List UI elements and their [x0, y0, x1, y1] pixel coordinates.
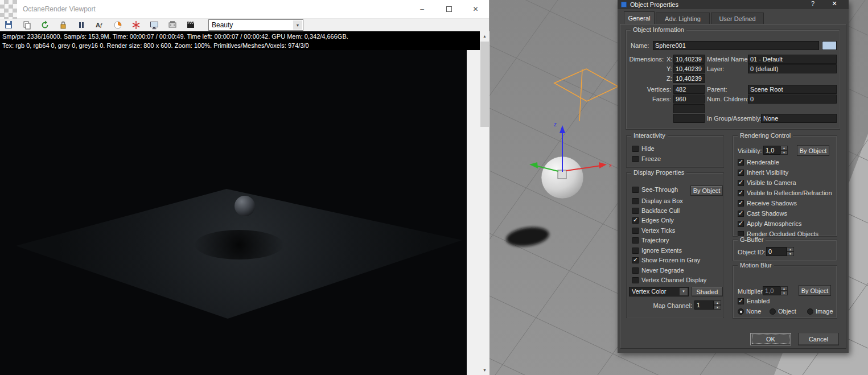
gizmo-y-arrow-icon[interactable]	[529, 162, 538, 168]
vertex-channel-display-checkbox-row[interactable]: Vertex Channel Display	[632, 277, 706, 283]
checkbox-icon[interactable]	[738, 190, 744, 196]
receive-shadows-checkbox-row[interactable]: Receive Shadows	[738, 200, 797, 207]
radio-icon[interactable]	[770, 308, 776, 315]
checkbox-icon[interactable]	[632, 277, 639, 283]
checkbox-icon[interactable]	[632, 228, 639, 234]
color-wheel-icon[interactable]	[113, 20, 123, 30]
help-button[interactable]: ?	[807, 0, 819, 9]
spinner-down-icon[interactable]: ▼	[780, 150, 788, 155]
vertex-ticks-checkbox-row[interactable]: Vertex Ticks	[632, 227, 675, 234]
multiplier-spinner[interactable]: ▲▼	[780, 286, 788, 295]
checkbox-icon[interactable]	[632, 237, 639, 244]
radio-icon[interactable]	[738, 308, 744, 315]
clapper-icon[interactable]	[186, 20, 196, 30]
object-id-spinner[interactable]: ▲▼	[787, 247, 794, 256]
dialog-titlebar[interactable]: Object Properties ? ✕	[618, 0, 849, 9]
cast-shadows-checkbox-row[interactable]: Cast Shadows	[738, 210, 787, 217]
object-id-field[interactable]: 0	[766, 247, 787, 256]
dimension-z-field[interactable]: 10,40239	[673, 74, 705, 83]
octane-titlebar[interactable]: OctaneRender Viewport – ✕	[0, 0, 489, 19]
ok-button[interactable]: OK	[750, 333, 791, 345]
display-icon[interactable]	[149, 20, 159, 30]
layer-field[interactable]: 0 (default)	[748, 64, 837, 73]
vertical-scrollbar[interactable]: ▲ ▼	[480, 31, 489, 375]
checkbox-icon[interactable]	[738, 180, 744, 186]
spinner-down-icon[interactable]: ▼	[714, 305, 721, 310]
checkbox-icon[interactable]	[738, 211, 744, 217]
material-name-field[interactable]: 01 - Default	[748, 55, 837, 64]
tab-general[interactable]: General	[624, 11, 655, 24]
checkbox-icon[interactable]	[632, 208, 639, 214]
enabled-checkbox-row[interactable]: Enabled	[738, 298, 770, 304]
checkbox-icon[interactable]	[632, 257, 639, 263]
freeze-checkbox-row[interactable]: Freeze	[632, 155, 661, 162]
trajectory-checkbox-row[interactable]: Trajectory	[632, 237, 669, 244]
visibility-by-object-button[interactable]: By Object	[797, 145, 829, 156]
backface-cull-checkbox-row[interactable]: Backface Cull	[632, 207, 680, 214]
close-button[interactable]: ✕	[462, 0, 489, 18]
tab-user-defined[interactable]: User Defined	[711, 13, 764, 24]
spinner-up-icon[interactable]: ▲	[780, 286, 788, 291]
minimize-button[interactable]: –	[409, 0, 435, 18]
checkbox-icon[interactable]	[632, 187, 639, 193]
lock-icon[interactable]	[58, 20, 68, 30]
never-degrade-checkbox-row[interactable]: Never Degrade	[632, 267, 684, 274]
chevron-down-icon[interactable]: ▼	[293, 20, 302, 30]
visible-to-reflection-checkbox-row[interactable]: Visible to Reflection/Refraction	[738, 189, 832, 196]
object-color-swatch[interactable]	[822, 41, 837, 50]
vertex-channel-select[interactable]: Vertex Color ▼	[629, 287, 689, 296]
copy-icon[interactable]	[22, 20, 32, 30]
checkbox-icon[interactable]	[632, 156, 639, 162]
map-channel-spinner[interactable]: ▲▼	[714, 300, 721, 310]
scroll-down-icon[interactable]: ▼	[480, 365, 489, 375]
maximize-button[interactable]	[435, 0, 462, 18]
motion-blur-image-radio[interactable]: Image	[807, 308, 833, 315]
tab-adv-lighting[interactable]: Adv. Lighting	[656, 13, 710, 24]
font-info-icon[interactable]: Af	[94, 20, 105, 30]
ignore-extents-checkbox-row[interactable]: Ignore Extents	[632, 247, 682, 254]
checkbox-icon[interactable]	[632, 146, 639, 152]
apply-atmospherics-checkbox-row[interactable]: Apply Atmospherics	[738, 220, 802, 227]
checkbox-icon[interactable]	[632, 248, 639, 254]
map-channel-field[interactable]: 1	[694, 300, 714, 310]
checkbox-icon[interactable]	[738, 170, 744, 176]
checkbox-icon[interactable]	[738, 159, 744, 166]
inherit-visibility-checkbox-row[interactable]: Inherit Visibility	[738, 169, 788, 176]
renderable-checkbox-row[interactable]: Renderable	[738, 159, 779, 166]
shaded-button[interactable]: Shaded	[692, 287, 723, 296]
visibility-spinner[interactable]: ▲▼	[780, 146, 788, 155]
edges-only-checkbox-row[interactable]: Edges Only	[632, 217, 674, 224]
gizmo-x-arrow-icon[interactable]	[599, 162, 607, 168]
visible-to-camera-checkbox-row[interactable]: Visible to Camera	[738, 179, 796, 186]
spinner-up-icon[interactable]: ▲	[780, 146, 788, 150]
spinner-up-icon[interactable]: ▲	[787, 247, 794, 252]
spinner-up-icon[interactable]: ▲	[714, 300, 721, 305]
display-by-object-button[interactable]: By Object	[690, 186, 723, 196]
checkbox-icon[interactable]	[632, 198, 639, 204]
dimension-y-field[interactable]: 10,40239	[673, 64, 705, 73]
spinner-down-icon[interactable]: ▼	[780, 291, 788, 295]
pause-icon[interactable]	[76, 20, 87, 30]
scroll-up-icon[interactable]: ▲	[480, 31, 489, 41]
name-field[interactable]: Sphere001	[653, 41, 819, 50]
motion-blur-by-object-button[interactable]: By Object	[799, 285, 831, 296]
checkbox-icon[interactable]	[632, 267, 639, 274]
checkbox-icon[interactable]	[738, 200, 744, 207]
dialog-close-button[interactable]: ✕	[828, 0, 841, 9]
dimension-x-field[interactable]: 10,40239	[673, 55, 705, 64]
motion-blur-none-radio[interactable]: None	[738, 308, 761, 315]
printer-icon[interactable]	[167, 20, 178, 30]
cancel-button[interactable]: Cancel	[798, 333, 839, 345]
visibility-field[interactable]: 1,0	[763, 146, 780, 155]
area-light-shape[interactable]	[554, 69, 618, 121]
spinner-down-icon[interactable]: ▼	[787, 252, 794, 256]
checkbox-icon[interactable]	[738, 298, 744, 304]
see-through-checkbox-row[interactable]: See-Through	[632, 186, 678, 193]
export-icon[interactable]	[3, 20, 14, 30]
motion-blur-object-radio[interactable]: Object	[770, 308, 796, 315]
show-frozen-in-gray-checkbox-row[interactable]: Show Frozen in Gray	[632, 257, 700, 263]
multiplier-field[interactable]: 1,0	[763, 286, 780, 295]
refresh-icon[interactable]	[40, 20, 50, 30]
display-as-box-checkbox-row[interactable]: Display as Box	[632, 197, 683, 204]
render-viewport[interactable]	[0, 50, 467, 375]
